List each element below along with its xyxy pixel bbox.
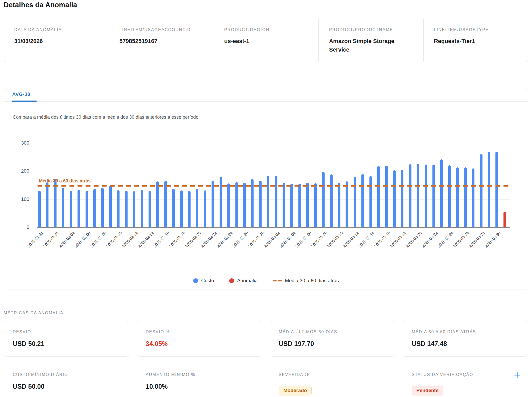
cost-bar-2026-03-09[interactable] — [330, 174, 333, 227]
cost-bar-2026-02-17[interactable] — [172, 189, 175, 227]
cost-bar-2026-02-21[interactable] — [204, 190, 206, 227]
cost-bar-2026-02-16[interactable] — [164, 181, 167, 227]
cost-bar-2026-03-21[interactable] — [425, 165, 427, 227]
cost-bar-2026-03-19[interactable] — [409, 164, 411, 227]
cost-bar-2026-03-30[interactable] — [495, 152, 498, 227]
cost-bar-2026-02-15[interactable] — [156, 181, 159, 227]
section-divider — [0, 82, 532, 82]
legend-label-anomalia: Anomalia — [237, 278, 258, 283]
metric-value: USD 50.21 — [13, 340, 120, 348]
metric-card-7: STATUS DA VERIFICAÇÃOPendente+ — [403, 364, 528, 397]
metric-value: USD 147.48 — [412, 340, 519, 348]
metric-label: AUMENTO MÍNIMO % — [146, 372, 253, 377]
cost-bar-2026-03-02[interactable] — [275, 176, 277, 227]
cost-bar-2026-02-01[interactable] — [46, 182, 48, 227]
legend-label-custo: Custo — [201, 278, 214, 283]
metrics-grid: DESVIOUSD 50.21DESVIO %34.05%MÉDIA ÚLTIM… — [4, 321, 528, 397]
cost-bar-2026-03-03[interactable] — [283, 183, 285, 227]
metric-card-1: DESVIO %34.05% — [137, 321, 262, 357]
cost-bar-2026-03-24[interactable] — [448, 165, 451, 227]
metric-label: MÉDIA 30 A 60 DIAS ATRÁS — [412, 330, 519, 334]
cost-bar-2026-02-28[interactable] — [259, 181, 262, 227]
cost-bar-2026-03-13[interactable] — [361, 174, 364, 227]
metric-card-4: CUSTO MÍNIMO DIÁRIOUSD 50.00 — [4, 364, 129, 397]
cost-bar-2026-02-23[interactable] — [220, 177, 222, 227]
cost-bar-2026-03-27[interactable] — [472, 168, 474, 227]
metric-value: USD 197.70 — [279, 340, 386, 348]
metric-label: STATUS DA VERIFICAÇÃO — [412, 372, 519, 377]
cost-bar-2026-03-01[interactable] — [267, 176, 269, 227]
metric-label: SEVERIDADE — [279, 372, 386, 377]
cost-bar-2026-03-10[interactable] — [338, 183, 340, 227]
cost-bar-2026-03-14[interactable] — [369, 176, 372, 227]
cost-bar-2026-03-15[interactable] — [377, 166, 380, 227]
avg30-chart-card: AVG-30 Compara a média dos últimos 30 di… — [4, 88, 528, 289]
cost-bar-2026-02-09[interactable] — [109, 186, 112, 227]
summary-cell-4: LINEITEM/USAGETYPERequests-Tier1 — [423, 19, 528, 62]
metric-card-3: MÉDIA 30 A 60 DIAS ATRÁSUSD 147.48 — [403, 321, 528, 357]
cost-bar-2026-03-25[interactable] — [456, 167, 459, 227]
dashed-line-icon — [273, 280, 282, 281]
cost-bar-2026-03-16[interactable] — [385, 166, 388, 227]
cost-bar-2026-03-29[interactable] — [488, 152, 490, 227]
cost-bar-2026-03-12[interactable] — [354, 177, 356, 227]
cost-bar-2026-03-05[interactable] — [298, 184, 301, 227]
cost-bar-2026-02-06[interactable] — [86, 191, 88, 227]
cost-bar-2026-03-28[interactable] — [480, 154, 482, 227]
reference-line-media-30-60 — [37, 185, 510, 187]
cost-bar-2026-03-08[interactable] — [322, 172, 325, 227]
custo-dot-icon — [193, 278, 198, 283]
summary-cell-label: PRODUCT/PRODUCTNAME — [329, 26, 414, 33]
gridline — [37, 171, 510, 171]
summary-cell-value: 31/03/2026 — [14, 37, 99, 45]
cost-bar-2026-03-06[interactable] — [306, 183, 309, 227]
metric-card-0: DESVIOUSD 50.21 — [4, 321, 129, 357]
cost-bar-2026-03-23[interactable] — [440, 159, 443, 227]
cost-bar-2026-02-26[interactable] — [243, 183, 246, 227]
summary-cell-label: DATA DA ANOMALIA — [14, 26, 99, 33]
cost-bar-2026-02-24[interactable] — [227, 183, 230, 227]
cost-bar-2026-02-11[interactable] — [125, 191, 128, 227]
cost-bar-2026-02-03[interactable] — [62, 188, 64, 227]
summary-cell-value: us-east-1 — [224, 37, 309, 45]
cost-bar-2026-02-08[interactable] — [101, 188, 104, 227]
cost-bar-2026-02-19[interactable] — [188, 191, 191, 227]
summary-cell-label: PRODUCT/REGION — [224, 26, 309, 33]
summary-cell-label: LINEITEM/USAGETYPE — [434, 26, 519, 33]
summary-cell-0: DATA DA ANOMALIA31/03/2026 — [4, 19, 109, 62]
cost-bar-2026-01-31[interactable] — [38, 191, 41, 227]
cost-bar-2026-02-20[interactable] — [196, 189, 198, 227]
chart-legend: Custo Anomalia Média 30 a 60 dias atrás — [4, 278, 528, 283]
cost-bar-2026-02-13[interactable] — [141, 190, 143, 227]
cost-bar-2026-03-07[interactable] — [314, 183, 317, 227]
legend-item-media: Média 30 a 60 dias atrás — [273, 278, 339, 283]
cost-bar-2026-03-20[interactable] — [417, 164, 419, 227]
chart-tabs: AVG-30 — [4, 88, 528, 102]
cost-bar-2026-03-11[interactable] — [346, 181, 348, 227]
cost-bar-2026-02-25[interactable] — [235, 182, 238, 227]
metric-value: 34.05% — [146, 340, 253, 348]
y-axis-tick-label: 0 — [14, 224, 29, 230]
cost-bar-2026-03-18[interactable] — [401, 170, 403, 227]
cost-bar-2026-02-22[interactable] — [212, 181, 214, 227]
tab-avg-30[interactable]: AVG-30 — [12, 91, 37, 102]
cost-bar-2026-03-26[interactable] — [464, 167, 467, 227]
summary-cell-1: LINEITEM/USAGEACCOUNTID579852519167 — [109, 19, 213, 62]
y-axis-tick-label: 300 — [14, 140, 29, 146]
anomaly-bar-2026-03-31[interactable] — [503, 212, 506, 227]
cost-bar-2026-02-18[interactable] — [180, 190, 183, 227]
cost-bar-2026-03-04[interactable] — [290, 184, 293, 227]
cost-bar-2026-02-14[interactable] — [149, 191, 151, 227]
summary-cell-3: PRODUCT/PRODUCTNAMEAmazon Simple Storage… — [318, 19, 423, 62]
anomaly-summary-strip: DATA DA ANOMALIA31/03/2026LINEITEM/USAGE… — [4, 19, 528, 62]
cost-bar-2026-02-05[interactable] — [78, 190, 80, 227]
plus-icon[interactable]: + — [514, 370, 521, 379]
cost-bar-2026-02-10[interactable] — [117, 190, 120, 227]
cost-bar-2026-03-22[interactable] — [432, 165, 435, 227]
cost-bar-2026-02-04[interactable] — [70, 191, 72, 227]
cost-bar-2026-03-17[interactable] — [393, 170, 396, 227]
summary-cell-2: PRODUCT/REGIONus-east-1 — [214, 19, 318, 62]
cost-bar-2026-02-12[interactable] — [133, 191, 135, 227]
cost-bar-2026-02-07[interactable] — [93, 189, 96, 227]
summary-cell-label: LINEITEM/USAGEACCOUNTID — [119, 26, 204, 33]
